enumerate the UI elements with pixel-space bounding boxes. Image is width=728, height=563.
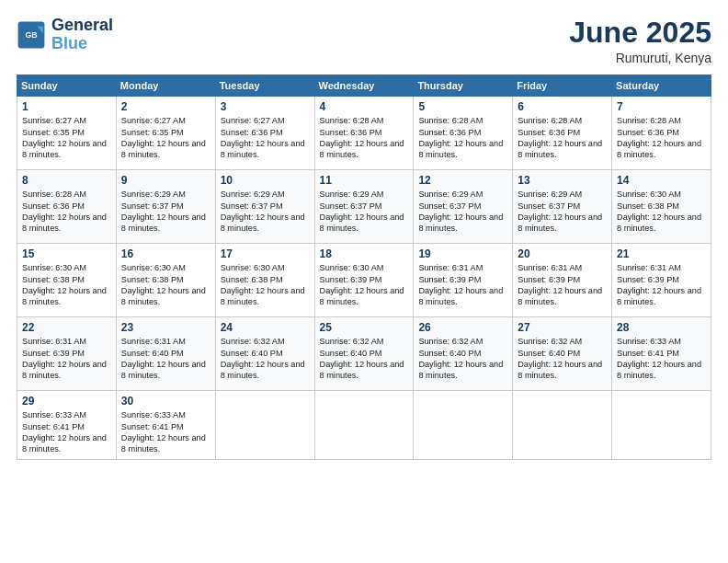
calendar-day-20: 20Sunrise: 6:31 AMSunset: 6:39 PMDayligh… [513, 244, 612, 317]
day-number: 5 [418, 100, 507, 113]
day-number: 16 [121, 247, 210, 260]
calendar-day-30: 30Sunrise: 6:33 AMSunset: 6:41 PMDayligh… [116, 391, 215, 460]
day-info: Sunrise: 6:28 AMSunset: 6:36 PMDaylight:… [518, 116, 602, 159]
day-info: Sunrise: 6:32 AMSunset: 6:40 PMDaylight:… [221, 337, 305, 380]
day-info: Sunrise: 6:33 AMSunset: 6:41 PMDaylight:… [617, 337, 701, 380]
weekday-header-wednesday: Wednesday [314, 75, 414, 97]
day-info: Sunrise: 6:28 AMSunset: 6:36 PMDaylight:… [320, 116, 404, 159]
day-info: Sunrise: 6:30 AMSunset: 6:39 PMDaylight:… [320, 263, 404, 306]
day-info: Sunrise: 6:29 AMSunset: 6:37 PMDaylight:… [320, 190, 404, 233]
calendar-day-7: 7Sunrise: 6:28 AMSunset: 6:36 PMDaylight… [612, 97, 711, 170]
calendar-day-13: 13Sunrise: 6:29 AMSunset: 6:37 PMDayligh… [513, 170, 612, 244]
day-info: Sunrise: 6:31 AMSunset: 6:39 PMDaylight:… [617, 263, 701, 306]
calendar-day-3: 3Sunrise: 6:27 AMSunset: 6:36 PMDaylight… [215, 97, 314, 170]
day-info: Sunrise: 6:31 AMSunset: 6:40 PMDaylight:… [121, 337, 206, 380]
day-info: Sunrise: 6:29 AMSunset: 6:37 PMDaylight:… [121, 190, 206, 233]
day-number: 30 [121, 395, 210, 408]
day-info: Sunrise: 6:29 AMSunset: 6:37 PMDaylight:… [518, 190, 602, 233]
day-number: 17 [221, 247, 310, 260]
day-number: 20 [518, 247, 607, 260]
day-info: Sunrise: 6:33 AMSunset: 6:41 PMDaylight:… [121, 410, 206, 454]
day-info: Sunrise: 6:32 AMSunset: 6:40 PMDaylight:… [518, 337, 602, 380]
day-info: Sunrise: 6:30 AMSunset: 6:38 PMDaylight:… [22, 263, 107, 306]
day-number: 9 [121, 174, 210, 187]
calendar-day-4: 4Sunrise: 6:28 AMSunset: 6:36 PMDaylight… [314, 97, 414, 170]
calendar-empty-cell [513, 391, 612, 460]
calendar-week-3: 15Sunrise: 6:30 AMSunset: 6:38 PMDayligh… [17, 244, 711, 317]
day-number: 3 [221, 100, 310, 113]
day-info: Sunrise: 6:28 AMSunset: 6:36 PMDaylight:… [418, 116, 503, 159]
day-number: 12 [418, 174, 507, 187]
title-block: June 2025 Rumuruti, Kenya [569, 17, 711, 65]
day-number: 2 [121, 100, 210, 113]
calendar-day-18: 18Sunrise: 6:30 AMSunset: 6:39 PMDayligh… [314, 244, 414, 317]
calendar-day-17: 17Sunrise: 6:30 AMSunset: 6:38 PMDayligh… [215, 244, 314, 317]
calendar-day-2: 2Sunrise: 6:27 AMSunset: 6:35 PMDaylight… [116, 97, 215, 170]
day-number: 25 [320, 321, 409, 334]
calendar: SundayMondayTuesdayWednesdayThursdayFrid… [17, 75, 711, 460]
day-number: 6 [518, 100, 607, 113]
calendar-day-14: 14Sunrise: 6:30 AMSunset: 6:38 PMDayligh… [612, 170, 711, 244]
day-number: 11 [320, 174, 409, 187]
calendar-day-22: 22Sunrise: 6:31 AMSunset: 6:39 PMDayligh… [17, 317, 117, 391]
day-number: 4 [320, 100, 409, 113]
day-info: Sunrise: 6:32 AMSunset: 6:40 PMDaylight:… [320, 337, 404, 380]
calendar-day-11: 11Sunrise: 6:29 AMSunset: 6:37 PMDayligh… [314, 170, 414, 244]
month-title: June 2025 [569, 17, 711, 49]
calendar-week-1: 1Sunrise: 6:27 AMSunset: 6:35 PMDaylight… [17, 97, 711, 170]
calendar-day-21: 21Sunrise: 6:31 AMSunset: 6:39 PMDayligh… [612, 244, 711, 317]
day-info: Sunrise: 6:30 AMSunset: 6:38 PMDaylight:… [617, 190, 701, 233]
calendar-empty-cell [314, 391, 414, 460]
calendar-day-8: 8Sunrise: 6:28 AMSunset: 6:36 PMDaylight… [17, 170, 117, 244]
calendar-day-15: 15Sunrise: 6:30 AMSunset: 6:38 PMDayligh… [17, 244, 117, 317]
day-info: Sunrise: 6:27 AMSunset: 6:35 PMDaylight:… [22, 116, 107, 159]
calendar-day-28: 28Sunrise: 6:33 AMSunset: 6:41 PMDayligh… [612, 317, 711, 391]
calendar-day-25: 25Sunrise: 6:32 AMSunset: 6:40 PMDayligh… [314, 317, 414, 391]
calendar-empty-cell [215, 391, 314, 460]
calendar-day-10: 10Sunrise: 6:29 AMSunset: 6:37 PMDayligh… [215, 170, 314, 244]
day-info: Sunrise: 6:31 AMSunset: 6:39 PMDaylight:… [418, 263, 503, 306]
day-number: 10 [221, 174, 310, 187]
calendar-day-29: 29Sunrise: 6:33 AMSunset: 6:41 PMDayligh… [17, 391, 117, 460]
calendar-day-1: 1Sunrise: 6:27 AMSunset: 6:35 PMDaylight… [17, 97, 117, 170]
day-number: 27 [518, 321, 607, 334]
svg-text:GB: GB [25, 30, 37, 40]
day-info: Sunrise: 6:31 AMSunset: 6:39 PMDaylight:… [22, 337, 107, 380]
day-number: 24 [221, 321, 310, 334]
weekday-header-thursday: Thursday [414, 75, 513, 97]
calendar-week-2: 8Sunrise: 6:28 AMSunset: 6:36 PMDaylight… [17, 170, 711, 244]
day-number: 28 [617, 321, 706, 334]
day-number: 13 [518, 174, 607, 187]
day-number: 21 [617, 247, 706, 260]
calendar-day-9: 9Sunrise: 6:29 AMSunset: 6:37 PMDaylight… [116, 170, 215, 244]
calendar-week-5: 29Sunrise: 6:33 AMSunset: 6:41 PMDayligh… [17, 391, 711, 460]
day-info: Sunrise: 6:27 AMSunset: 6:36 PMDaylight:… [221, 116, 305, 159]
day-number: 7 [617, 100, 706, 113]
calendar-day-26: 26Sunrise: 6:32 AMSunset: 6:40 PMDayligh… [414, 317, 513, 391]
day-number: 22 [22, 321, 111, 334]
calendar-day-23: 23Sunrise: 6:31 AMSunset: 6:40 PMDayligh… [116, 317, 215, 391]
calendar-day-12: 12Sunrise: 6:29 AMSunset: 6:37 PMDayligh… [414, 170, 513, 244]
calendar-day-27: 27Sunrise: 6:32 AMSunset: 6:40 PMDayligh… [513, 317, 612, 391]
day-number: 19 [418, 247, 507, 260]
day-info: Sunrise: 6:28 AMSunset: 6:36 PMDaylight:… [22, 190, 107, 233]
calendar-week-4: 22Sunrise: 6:31 AMSunset: 6:39 PMDayligh… [17, 317, 711, 391]
day-info: Sunrise: 6:28 AMSunset: 6:36 PMDaylight:… [617, 116, 701, 159]
logo: GB GeneralBlue [17, 17, 113, 53]
logo-icon: GB [17, 20, 46, 50]
day-info: Sunrise: 6:30 AMSunset: 6:38 PMDaylight:… [221, 263, 305, 306]
day-info: Sunrise: 6:33 AMSunset: 6:41 PMDaylight:… [22, 410, 107, 454]
day-info: Sunrise: 6:29 AMSunset: 6:37 PMDaylight:… [418, 190, 503, 233]
day-number: 14 [617, 174, 706, 187]
calendar-day-6: 6Sunrise: 6:28 AMSunset: 6:36 PMDaylight… [513, 97, 612, 170]
day-number: 15 [22, 247, 111, 260]
day-number: 8 [22, 174, 111, 187]
calendar-day-19: 19Sunrise: 6:31 AMSunset: 6:39 PMDayligh… [414, 244, 513, 317]
day-info: Sunrise: 6:32 AMSunset: 6:40 PMDaylight:… [418, 337, 503, 380]
weekday-header-saturday: Saturday [612, 75, 711, 97]
calendar-empty-cell [414, 391, 513, 460]
page-header: GB GeneralBlue June 2025 Rumuruti, Kenya [17, 17, 711, 65]
calendar-day-24: 24Sunrise: 6:32 AMSunset: 6:40 PMDayligh… [215, 317, 314, 391]
day-info: Sunrise: 6:30 AMSunset: 6:38 PMDaylight:… [121, 263, 206, 306]
day-info: Sunrise: 6:29 AMSunset: 6:37 PMDaylight:… [221, 190, 305, 233]
